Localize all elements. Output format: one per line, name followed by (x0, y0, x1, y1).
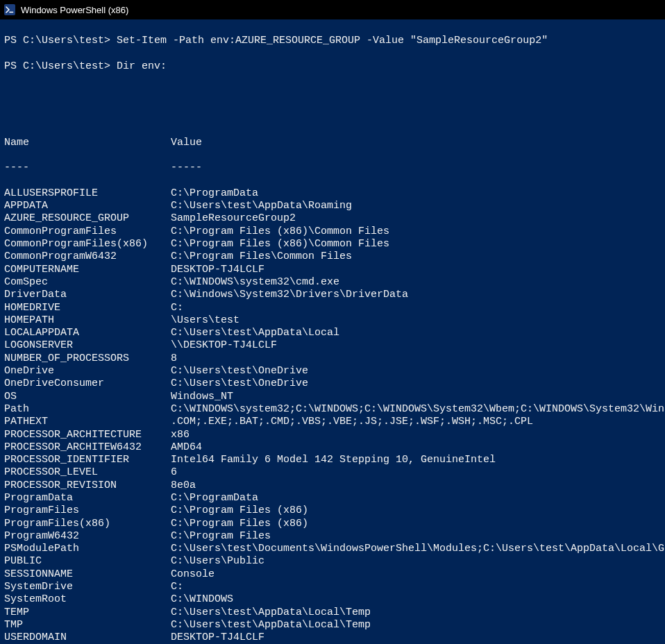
env-row: SystemRootC:\WINDOWS (4, 593, 661, 606)
env-value: \\DESKTOP-TJ4LCLF (171, 339, 277, 352)
env-value: C:\Users\test\Documents\WindowsPowerShel… (171, 543, 665, 555)
env-name: PUBLIC (4, 555, 171, 568)
command-text: Set-Item -Path env:AZURE_RESOURCE_GROUP … (117, 35, 548, 46)
env-name: COMPUTERNAME (4, 264, 171, 276)
env-value: C:\Users\test\OneDrive (171, 365, 308, 378)
env-row: DriverDataC:\Windows\System32\Drivers\Dr… (4, 289, 661, 301)
env-value: .COM;.EXE;.BAT;.CMD;.VBS;.VBE;.JS;.JSE;.… (171, 416, 533, 428)
env-name: OneDrive (4, 365, 171, 378)
env-name: Path (4, 403, 171, 416)
env-row: ComSpecC:\WINDOWS\system32\cmd.exe (4, 276, 661, 289)
env-name: PROCESSOR_ARCHITEW6432 (4, 441, 171, 454)
env-row: NUMBER_OF_PROCESSORS8 (4, 353, 661, 365)
env-row: AZURE_RESOURCE_GROUPSampleResourceGroup2 (4, 212, 661, 225)
prompt: PS C:\Users\test> (4, 35, 117, 46)
env-name: CommonProgramW6432 (4, 251, 171, 263)
env-row: COMPUTERNAMEDESKTOP-TJ4LCLF (4, 264, 661, 276)
header-value: Value (171, 137, 202, 149)
env-row: PROCESSOR_LEVEL6 (4, 466, 661, 479)
env-row: CommonProgramFilesC:\Program Files (x86)… (4, 226, 661, 238)
env-name: ProgramData (4, 492, 171, 505)
env-row: TMPC:\Users\test\AppData\Local\Temp (4, 619, 661, 632)
env-row: PROCESSOR_REVISION8e0a (4, 480, 661, 492)
env-row: HOMEPATH\Users\test (4, 314, 661, 327)
env-value: C:\Program Files (x86)\Common Files (171, 238, 389, 251)
terminal-output[interactable]: PS C:\Users\test> Set-Item -Path env:AZU… (0, 19, 665, 644)
env-value: \Users\test (171, 314, 239, 327)
env-value: C:\Users\test\AppData\Local\Temp (171, 607, 371, 619)
env-value: C:\WINDOWS\system32\cmd.exe (171, 276, 339, 289)
env-row: CommonProgramFiles(x86)C:\Program Files … (4, 238, 661, 251)
env-row: ProgramDataC:\ProgramData (4, 492, 661, 505)
env-row: PATHEXT.COM;.EXE;.BAT;.CMD;.VBS;.VBE;.JS… (4, 416, 661, 428)
env-name: TEMP (4, 607, 171, 619)
env-value: 6 (171, 466, 177, 479)
env-row: PUBLICC:\Users\Public (4, 555, 661, 568)
env-row: HOMEDRIVEC: (4, 302, 661, 314)
env-value: 8e0a (171, 480, 196, 492)
env-row: USERDOMAINDESKTOP-TJ4LCLF (4, 632, 661, 644)
env-value: C:\ProgramData (171, 187, 258, 200)
env-name: ComSpec (4, 276, 171, 289)
env-name: APPDATA (4, 200, 171, 212)
env-value: C:\Program Files (171, 530, 271, 543)
env-value: C:\Users\Public (171, 555, 264, 568)
env-name: NUMBER_OF_PROCESSORS (4, 353, 171, 365)
env-row: ProgramW6432C:\Program Files (4, 530, 661, 543)
env-value: Windows_NT (171, 391, 233, 403)
table-header: NameValue (4, 137, 661, 149)
env-value: DESKTOP-TJ4LCLF (171, 264, 264, 276)
env-row: LOCALAPPDATAC:\Users\test\AppData\Local (4, 327, 661, 339)
env-row: ProgramFilesC:\Program Files (x86) (4, 505, 661, 517)
env-value: C:\ProgramData (171, 492, 258, 505)
env-value: 8 (171, 353, 177, 365)
command-text: Dir env: (117, 60, 167, 72)
env-name: CommonProgramFiles(x86) (4, 238, 171, 251)
env-value: AMD64 (171, 441, 202, 454)
env-name: PROCESSOR_ARCHITECTURE (4, 429, 171, 441)
env-row: ProgramFiles(x86)C:\Program Files (x86) (4, 518, 661, 530)
env-name: HOMEPATH (4, 314, 171, 327)
blank-line (4, 85, 661, 98)
env-row: PROCESSOR_ARCHITEW6432AMD64 (4, 441, 661, 454)
env-row: ALLUSERSPROFILEC:\ProgramData (4, 187, 661, 200)
env-name: PROCESSOR_LEVEL (4, 466, 171, 479)
env-value: C:\Users\test\AppData\Local\Temp (171, 619, 371, 632)
env-value: C:\Windows\System32\Drivers\DriverData (171, 289, 408, 301)
window-titlebar[interactable]: Windows PowerShell (x86) (0, 0, 665, 19)
env-row: PathC:\WINDOWS\system32;C:\WINDOWS;C:\WI… (4, 403, 661, 416)
env-name: USERDOMAIN (4, 632, 171, 644)
env-name: ProgramW6432 (4, 530, 171, 543)
env-name: HOMEDRIVE (4, 302, 171, 314)
command-line: PS C:\Users\test> Set-Item -Path env:AZU… (4, 35, 661, 47)
env-name: TMP (4, 619, 171, 632)
env-row: LOGONSERVER\\DESKTOP-TJ4LCLF (4, 339, 661, 352)
header-name-ul: ---- (4, 162, 171, 174)
prompt: PS C:\Users\test> (4, 60, 117, 72)
env-value: Intel64 Family 6 Model 142 Stepping 10, … (171, 454, 496, 466)
env-value: C:\Users\test\AppData\Local (171, 327, 339, 339)
svg-rect-0 (4, 4, 15, 15)
env-row: OneDriveConsumerC:\Users\test\OneDrive (4, 378, 661, 390)
env-name: PROCESSOR_IDENTIFIER (4, 454, 171, 466)
env-value: C: (171, 302, 183, 314)
env-name: LOCALAPPDATA (4, 327, 171, 339)
env-name: ProgramFiles(x86) (4, 518, 171, 530)
env-row: SESSIONNAMEConsole (4, 568, 661, 581)
powershell-icon (4, 4, 15, 15)
env-name: PSModulePath (4, 543, 171, 555)
env-name: ALLUSERSPROFILE (4, 187, 171, 200)
env-value: DESKTOP-TJ4LCLF (171, 632, 264, 644)
env-row: APPDATAC:\Users\test\AppData\Roaming (4, 200, 661, 212)
env-row: PSModulePathC:\Users\test\Documents\Wind… (4, 543, 661, 555)
env-value: C:\Users\test\OneDrive (171, 378, 308, 390)
env-value: C:\Program Files\Common Files (171, 251, 352, 263)
env-row: SystemDriveC: (4, 581, 661, 593)
command-line: PS C:\Users\test> Dir env: (4, 60, 661, 73)
header-name: Name (4, 137, 171, 149)
env-name: ProgramFiles (4, 505, 171, 517)
env-value: x86 (171, 429, 190, 441)
env-name: AZURE_RESOURCE_GROUP (4, 212, 171, 225)
env-value: SampleResourceGroup2 (171, 212, 296, 225)
env-name: SESSIONNAME (4, 568, 171, 581)
